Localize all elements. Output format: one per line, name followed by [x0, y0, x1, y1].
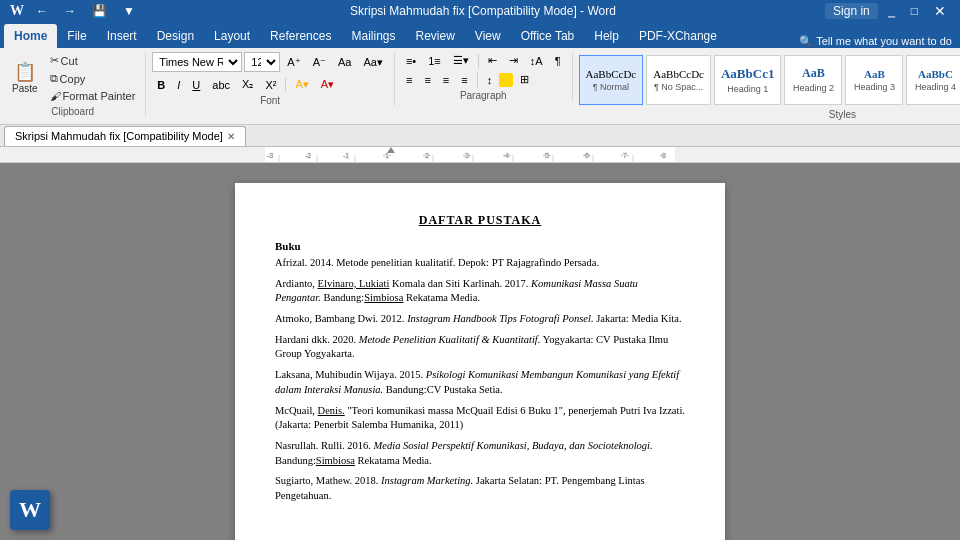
paragraph-label: Paragraph — [460, 90, 507, 101]
shading-btn[interactable] — [499, 73, 513, 87]
font-size-select[interactable]: 12 — [244, 52, 280, 72]
styles-area: AaBbCcDc ¶ Normal AaBbCcDc ¶ No Spac... … — [579, 55, 960, 105]
paste-icon: 📋 — [14, 63, 36, 81]
underline-btn[interactable]: U — [187, 77, 205, 93]
change-case-btn[interactable]: Aa▾ — [358, 54, 387, 71]
styles-row: AaBbCcDc ¶ Normal AaBbCcDc ¶ No Spac... … — [579, 52, 960, 107]
tab-mailings[interactable]: Mailings — [341, 24, 405, 48]
align-right-btn[interactable]: ≡ — [438, 72, 454, 88]
font-selector-row: Times New Ro 12 A⁺ A⁻ Aa Aa▾ — [152, 52, 388, 72]
style-h1-label: Heading 1 — [727, 84, 768, 94]
multilevel-btn[interactable]: ☰▾ — [448, 52, 474, 69]
style-h4-preview: AaBbC — [918, 68, 953, 80]
bullets-btn[interactable]: ≡• — [401, 53, 421, 69]
bold-btn[interactable]: B — [152, 77, 170, 93]
numbering-btn[interactable]: 1≡ — [423, 53, 446, 69]
tab-view[interactable]: View — [465, 24, 511, 48]
style-normal-label: ¶ Normal — [593, 82, 629, 92]
justify-btn[interactable]: ≡ — [456, 72, 472, 88]
signin-btn[interactable]: Sign in — [825, 3, 878, 19]
ref-entry-1: Ardianto, Elvinaro, Lukiati Komala dan S… — [275, 277, 685, 306]
line-spacing-btn[interactable]: ↕ — [482, 72, 498, 88]
customize-btn[interactable]: ▼ — [117, 4, 141, 18]
style-h2-preview: AaB — [802, 66, 825, 81]
strikethrough-btn[interactable]: abc — [207, 77, 235, 93]
doc-area[interactable]: DAFTAR PUSTAKA Buku Afrizal. 2014. Metod… — [0, 163, 960, 540]
format-painter-icon: 🖌 — [50, 90, 61, 102]
ref-entry-2: Atmoko, Bambang Dwi. 2012. Instagram Han… — [275, 312, 685, 327]
increase-font-btn[interactable]: A⁺ — [282, 54, 305, 71]
share-btn[interactable]: 🔍 Tell me what you want to do — [799, 35, 952, 48]
save-btn[interactable]: 💾 — [86, 4, 113, 18]
italic-btn[interactable]: I — [172, 77, 185, 93]
copy-icon: ⧉ — [50, 72, 58, 85]
styles-group: AaBbCcDc ¶ Normal AaBbCcDc ¶ No Spac... … — [579, 52, 960, 120]
separator2 — [478, 54, 479, 68]
close-btn[interactable]: ✕ — [928, 3, 952, 19]
maximize-btn[interactable]: □ — [905, 4, 924, 18]
tab-layout[interactable]: Layout — [204, 24, 260, 48]
tab-design[interactable]: Design — [147, 24, 204, 48]
word-logo: W — [10, 490, 50, 530]
style-h3-label: Heading 3 — [854, 82, 895, 92]
show-marks-btn[interactable]: ¶ — [550, 53, 566, 69]
style-nospace-preview: AaBbCcDc — [653, 68, 704, 80]
tab-pdfxchange[interactable]: PDF-XChange — [629, 24, 727, 48]
page-title: DAFTAR PUSTAKA — [275, 213, 685, 228]
font-family-select[interactable]: Times New Ro — [152, 52, 242, 72]
font-area: Times New Ro 12 A⁺ A⁻ Aa Aa▾ B I U abc X… — [152, 52, 388, 93]
tab-file[interactable]: File — [57, 24, 96, 48]
para-area: ≡• 1≡ ☰▾ ⇤ ⇥ ↕A ¶ ≡ ≡ ≡ ≡ ↕ ⊞ — [401, 52, 566, 88]
style-heading1[interactable]: AaBbCc1 Heading 1 — [714, 55, 781, 105]
title-bar: W ← → 💾 ▼ Skripsi Mahmudah fix [Compatib… — [0, 0, 960, 22]
cut-button[interactable]: ✂ Cut — [46, 52, 140, 69]
style-heading4[interactable]: AaBbC Heading 4 — [906, 55, 960, 105]
highlight-btn[interactable]: A▾ — [290, 76, 313, 93]
tab-review[interactable]: Review — [405, 24, 464, 48]
align-left-btn[interactable]: ≡ — [401, 72, 417, 88]
decrease-indent-btn[interactable]: ⇤ — [483, 52, 502, 69]
ref-entry-4: Laksana, Muhibudin Wijaya. 2015. Psikolo… — [275, 368, 685, 397]
paste-button[interactable]: 📋 Paste — [6, 56, 44, 100]
doc-tab-close[interactable]: ✕ — [227, 131, 235, 142]
subscript-btn[interactable]: X₂ — [237, 76, 258, 93]
style-no-spacing[interactable]: AaBbCcDc ¶ No Spac... — [646, 55, 711, 105]
ribbon: 📋 Paste ✂ Cut ⧉ Copy 🖌 Format Painter — [0, 48, 960, 125]
cut-label: Cut — [61, 55, 78, 67]
style-nospace-label: ¶ No Spac... — [654, 82, 703, 92]
doc-tab-active[interactable]: Skripsi Mahmudah fix [Compatibility Mode… — [4, 126, 246, 146]
svg-text:·6·: ·6· — [583, 152, 591, 159]
tab-references[interactable]: References — [260, 24, 341, 48]
superscript-btn[interactable]: X² — [260, 77, 281, 93]
undo-btn[interactable]: ← — [30, 4, 54, 18]
minimize-btn[interactable]: ⎯ — [882, 4, 901, 18]
tab-help[interactable]: Help — [584, 24, 629, 48]
ribbon-tabs: Home File Insert Design Layout Reference… — [0, 22, 960, 48]
style-heading3[interactable]: AaB Heading 3 — [845, 55, 903, 105]
tab-officetab[interactable]: Office Tab — [511, 24, 585, 48]
increase-indent-btn[interactable]: ⇥ — [504, 52, 523, 69]
font-label: Font — [260, 95, 280, 106]
font-group: Times New Ro 12 A⁺ A⁻ Aa Aa▾ B I U abc X… — [152, 52, 395, 106]
borders-btn[interactable]: ⊞ — [515, 71, 534, 88]
ref-entry-0: Afrizal. 2014. Metode penelitian kualita… — [275, 256, 685, 271]
doc-tab-bar: Skripsi Mahmudah fix [Compatibility Mode… — [0, 125, 960, 147]
format-painter-label: Format Painter — [63, 90, 136, 102]
format-painter-button[interactable]: 🖌 Format Painter — [46, 88, 140, 104]
svg-text:-3: -3 — [267, 152, 273, 159]
decrease-font-btn[interactable]: A⁻ — [308, 54, 331, 71]
sort-btn[interactable]: ↕A — [525, 53, 548, 69]
align-center-btn[interactable]: ≡ — [419, 72, 435, 88]
redo-btn[interactable]: → — [58, 4, 82, 18]
tab-insert[interactable]: Insert — [97, 24, 147, 48]
style-heading2[interactable]: AaB Heading 2 — [784, 55, 842, 105]
tab-home[interactable]: Home — [4, 24, 57, 48]
clear-format-btn[interactable]: Aa — [333, 54, 356, 70]
ruler: -3 -2 -1 ·1· ·2· ·3· ·4· ·5· ·6· ·7· ·8 — [0, 147, 960, 163]
ref-entry-5: McQuail, Denis. "Teori komunikasi massa … — [275, 404, 685, 433]
copy-button[interactable]: ⧉ Copy — [46, 70, 140, 87]
svg-text:·7·: ·7· — [621, 152, 629, 159]
ruler-track: -3 -2 -1 ·1· ·2· ·3· ·4· ·5· ·6· ·7· ·8 — [265, 147, 960, 162]
style-normal[interactable]: AaBbCcDc ¶ Normal — [579, 55, 644, 105]
font-color-btn[interactable]: A▾ — [316, 76, 339, 93]
